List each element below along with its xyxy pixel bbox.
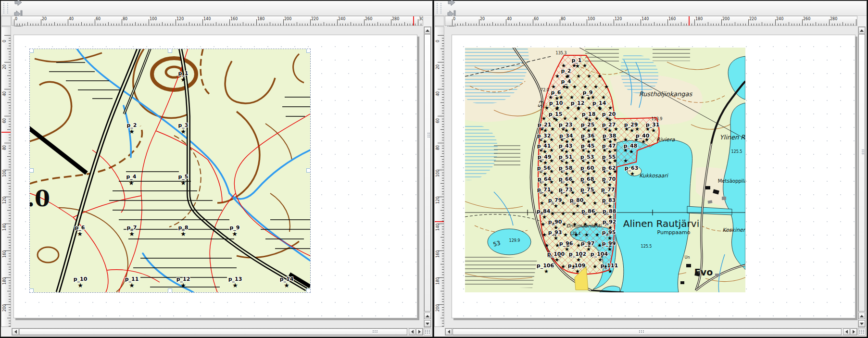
selection-handle[interactable] — [306, 288, 310, 292]
vertical-scrollbar[interactable] — [858, 26, 866, 327]
scroll-left-button-2[interactable] — [843, 328, 850, 335]
sample-point-label: p_71 — [537, 187, 551, 192]
sample-point-star: ★ — [571, 211, 576, 216]
map-place-label: Un — [685, 256, 690, 260]
vertical-scrollbar[interactable] — [424, 26, 431, 327]
sample-point-star: ★ — [584, 232, 589, 238]
sample-point-label: p_6 — [75, 225, 85, 230]
sample-point-label: p_3 — [178, 123, 188, 128]
toolbar-drag-handle[interactable] — [437, 3, 441, 13]
map-place-label: Kukkosaari — [639, 173, 668, 178]
sample-point-star: ★ — [607, 247, 612, 252]
sample-point-star: ★ — [542, 193, 547, 198]
sample-point-label: p_18 — [582, 112, 596, 117]
sample-point-star: ★ — [555, 74, 560, 79]
scroll-down-button[interactable] — [424, 320, 431, 327]
composer-canvas[interactable]: .0 p_1★p_2★p_3★p_4★p_5★p_6★p_7★p_8★p_9★p… — [12, 26, 423, 327]
scroll-right-button[interactable] — [416, 328, 423, 335]
sample-point-label: p_80 — [570, 198, 584, 203]
scroll-up-button-2[interactable] — [424, 313, 431, 319]
sample-point-star: ★ — [563, 232, 568, 238]
sample-point-star: ★ — [592, 200, 597, 206]
scroll-up-button-2[interactable] — [858, 313, 865, 319]
scroll-up-button[interactable] — [424, 27, 431, 34]
resize-grip[interactable] — [858, 328, 866, 336]
horizontal-scroll-thumb[interactable] — [453, 328, 842, 335]
map-place-label: Evo — [694, 268, 713, 277]
selection-handle[interactable] — [30, 288, 34, 292]
scroll-up-button[interactable] — [858, 27, 865, 34]
sample-point-star: ★ — [551, 84, 556, 89]
selection-handle[interactable] — [306, 49, 310, 53]
horizontal-scrollbar[interactable] — [445, 328, 857, 336]
sample-point-star: ★ — [574, 232, 579, 238]
map-place-label: Alinen Rautjärvi — [623, 219, 699, 228]
sample-point-label: p_14 — [280, 276, 294, 282]
map-label-elevation: .0 — [30, 186, 50, 212]
scroll-left-button[interactable] — [12, 328, 19, 335]
selection-handle[interactable] — [30, 49, 34, 53]
map-item-topo-detail[interactable]: ★★★★★★★★★★★★★★★★★★★★★★★★★★★★★★★★★★★★★★★★… — [465, 48, 745, 292]
vertical-scroll-thumb[interactable] — [424, 34, 431, 312]
sample-point-label: p_100 — [547, 251, 565, 257]
sample-point-star: ★ — [561, 264, 566, 269]
sample-point-label: p_4 — [126, 174, 136, 179]
sample-point-label: p_56 — [537, 165, 551, 171]
sample-point-label: p_12 — [571, 100, 585, 106]
go-forward-icon[interactable] — [12, 0, 25, 8]
selection-handle[interactable] — [306, 168, 310, 173]
sample-point-star: ★ — [583, 222, 588, 227]
sample-point-star: ★ — [651, 128, 656, 133]
sample-point-star: ★ — [566, 105, 570, 111]
sample-point-star: ★ — [629, 128, 634, 133]
composer-canvas[interactable]: ★★★★★★★★★★★★★★★★★★★★★★★★★★★★★★★★★★★★★★★★… — [445, 26, 857, 327]
sample-point-star: ★ — [576, 74, 581, 79]
selection-handle[interactable] — [30, 168, 34, 173]
sample-point-star: ★ — [629, 149, 634, 154]
topo-map-art — [30, 49, 310, 292]
sample-point-star: ★ — [575, 203, 580, 209]
toolbar — [1, 1, 432, 16]
sample-point-star: ★ — [641, 139, 646, 144]
go-forward-icon[interactable] — [445, 0, 458, 8]
resize-grip[interactable] — [424, 328, 431, 336]
sample-point-star: ★ — [554, 117, 559, 123]
sample-point-label: p_13 — [228, 276, 242, 282]
sample-point-label: p_14 — [592, 100, 606, 106]
sample-point-star: ★ — [587, 105, 591, 111]
map-place-label: Keskinen — [722, 227, 745, 233]
scroll-left-button[interactable] — [445, 328, 452, 335]
sample-point-label: p_4 — [561, 79, 571, 84]
sample-point-label: p_53 — [580, 154, 594, 160]
selection-handle[interactable] — [168, 288, 172, 292]
map-place-label: 135.3 — [556, 51, 567, 55]
sample-point-label: p_68 — [580, 176, 594, 182]
sample-point-star: ★ — [572, 84, 577, 89]
sample-point-star: ★ — [597, 74, 602, 79]
horizontal-scroll-thumb[interactable] — [19, 328, 407, 335]
sample-point-star: ★ — [180, 180, 186, 186]
sample-point-label: p_70 — [602, 176, 616, 182]
selection-handle[interactable] — [168, 49, 172, 53]
sample-point-star: ★ — [593, 222, 598, 227]
sample-point-label: p_79 — [548, 198, 562, 203]
scroll-down-button[interactable] — [858, 320, 865, 327]
sample-point-star: ★ — [554, 203, 558, 209]
sample-point-star: ★ — [593, 84, 598, 89]
map-item-sample-points[interactable]: .0 p_1★p_2★p_3★p_4★p_5★p_6★p_7★p_8★p_9★p… — [30, 49, 310, 292]
map-place-label: 72.0 — [541, 88, 549, 92]
sample-point-star: ★ — [562, 222, 566, 227]
vertical-ruler: 020406080100120140160180200 — [1, 26, 11, 327]
composer-window-left: 0204060801001201401601802002202402602803… — [0, 0, 433, 337]
sample-point-star: ★ — [573, 116, 578, 121]
sample-point-star: ★ — [601, 95, 606, 100]
qgis-composer-screens: 0204060801001201401601802002202402602803… — [0, 0, 868, 338]
sample-point-star: ★ — [541, 222, 545, 227]
horizontal-scrollbar[interactable] — [12, 328, 423, 336]
sample-point-star: ★ — [623, 137, 628, 142]
vertical-scroll-thumb[interactable] — [858, 34, 865, 312]
scroll-left-button-2[interactable] — [409, 328, 415, 335]
scroll-right-button[interactable] — [850, 328, 857, 335]
sample-point-star: ★ — [542, 232, 547, 238]
toolbar-drag-handle[interactable] — [3, 3, 8, 13]
